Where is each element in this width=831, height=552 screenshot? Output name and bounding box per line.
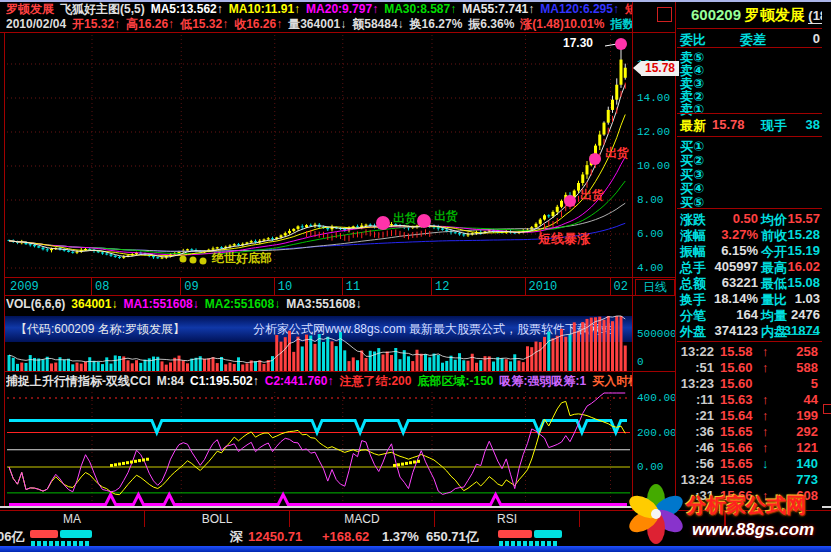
panel-scroll-strip[interactable] — [823, 0, 831, 510]
chart-title-bar-seg: MA55:7.741↑ — [462, 2, 534, 16]
sz-amount-text: 650.71亿 — [426, 528, 479, 546]
time-axis-label: 08 — [95, 280, 109, 294]
ohlc-info-bar: 2010/02/04开15.32↑高16.26↑低15.32↑收16.26↑量3… — [6, 17, 632, 32]
current-price-tag: 15.78 — [641, 61, 679, 76]
ohlc-info-bar-seg: 收16.26↑ — [234, 17, 282, 31]
tab-ma[interactable]: MA — [0, 511, 145, 527]
volume-axis-label: 0 — [637, 356, 644, 368]
period-daily-label[interactable]: 日线 — [635, 279, 675, 296]
calendar-icon[interactable] — [657, 7, 672, 22]
tx-volume: 588 — [776, 360, 818, 375]
stock-code: 600209 — [691, 6, 741, 23]
ohlc-info-bar-seg: 低15.32↑ — [180, 17, 228, 31]
price-axis-label: 4.00 — [637, 262, 663, 274]
scroll-up-icon[interactable] — [823, 404, 831, 414]
ohlc-info-bar-seg: 涨(1.48)10.01% — [520, 17, 604, 31]
sz-index-label: 深 — [230, 528, 243, 546]
cci-axis-label: 400.00 — [637, 392, 677, 404]
stat-value: 0.50 — [708, 211, 758, 226]
chart-title-bar-seg: MA5:13.562↑ — [151, 2, 223, 16]
up-arrow-icon: ↑ — [762, 360, 769, 375]
stock-header[interactable]: 600209 罗顿发展 (183) — [691, 6, 822, 25]
chart-title-bar: 罗顿发展飞狐好主图(5,5)MA5:13.562↑MA10:11.91↑MA20… — [6, 2, 632, 17]
stat-value: 18.14% — [708, 291, 758, 306]
cci-header-seg: C2:441.760↑ — [265, 374, 334, 388]
up-arrow-icon: ↑ — [762, 440, 769, 455]
bottom-signal-dot — [180, 256, 187, 263]
cci-indicator-chart[interactable] — [5, 390, 632, 507]
stat-value: 15.57 — [775, 211, 820, 226]
border-axis-right — [675, 0, 676, 510]
sh-amount-text: 06亿 — [0, 528, 24, 546]
advancers-bar — [498, 530, 532, 538]
chart-title-bar-seg: MA120:6.295↑ — [540, 2, 619, 16]
tx-price: 15.63 — [720, 392, 753, 407]
price-axis-label: 14.00 — [637, 92, 670, 104]
stat-value: 16.02 — [775, 259, 820, 274]
volume-header-seg: MA3:551608↓ — [286, 297, 361, 311]
month-tick — [91, 278, 92, 295]
volume-axis-label: 500000 — [637, 328, 677, 340]
buy-level-row[interactable]: 买⑤ — [680, 194, 820, 212]
stat-value: 405997 — [708, 259, 758, 274]
time-axis-label: 09 — [184, 280, 198, 294]
chart-title-bar-seg: MA10:11.91↑ — [229, 2, 300, 16]
tab-boll[interactable]: BOLL — [145, 511, 290, 527]
price-axis-label: 10.00 — [637, 160, 670, 172]
border-vol-top — [4, 295, 676, 296]
tab-macd[interactable]: MACD — [290, 511, 435, 527]
sz-index-value[interactable]: 12450.71 — [248, 528, 302, 546]
stat-value: 15.08 — [775, 275, 820, 290]
stat-value: 374123 — [708, 323, 758, 338]
tx-price: 15.60 — [720, 376, 753, 391]
cci-header-seg: C1:195.502↑ — [190, 374, 259, 388]
stat-value: 1.03 — [775, 291, 820, 306]
bottom-signal-dot — [200, 258, 207, 265]
ohlc-info-bar-seg: 2010/02/04 — [6, 17, 66, 31]
stat-value: 15.28 — [775, 227, 820, 242]
price-axis-label: 12.00 — [637, 126, 670, 138]
decliners-bar — [534, 530, 562, 538]
ohlc-info-bar-seg: 换16.27% — [410, 17, 463, 31]
tx-time: :46 — [680, 440, 714, 455]
month-tick — [342, 278, 343, 295]
tx-price: 15.60 — [720, 360, 753, 375]
tx-time: 13:22 — [680, 344, 714, 359]
stat-value: 6.15% — [708, 243, 758, 258]
chart-annotation: 出货 — [580, 188, 604, 202]
tx-volume: 5 — [776, 376, 818, 391]
ohlc-info-bar-seg: 开15.32↑ — [72, 17, 120, 31]
stat-value: 164 — [708, 307, 758, 322]
site-watermark: 分析家公式网 www.88gs.com — [626, 480, 831, 546]
quote-panel: 600209 罗顿发展 (183) 委比 委差 0 卖⑤卖④卖③卖②卖① 最新 … — [677, 0, 822, 510]
tab-rsi[interactable]: RSI — [435, 511, 580, 527]
chart-annotation: 出货 — [434, 209, 458, 223]
volume-header: VOL(6,6,6)364001↓MA1:551608↓MA2:551608↓M… — [6, 297, 632, 312]
chart-title-bar-seg: MA30:8.587↑ — [384, 2, 456, 16]
chart-annotation: 17.30 — [563, 36, 593, 50]
cci-line-C1 — [9, 401, 625, 494]
tx-time: :56 — [680, 456, 714, 471]
flower-logo — [626, 482, 686, 544]
cci-line-C2 — [9, 393, 625, 494]
time-axis-label: 12 — [435, 280, 449, 294]
latest-price: 15.78 — [712, 117, 745, 132]
stock-app-window: 罗顿发展飞狐好主图(5,5)MA5:13.562↑MA10:11.91↑MA20… — [0, 0, 831, 552]
time-axis-label: 2010 — [529, 280, 558, 294]
ohlc-info-bar-seg: 量364001↓ — [288, 17, 346, 31]
main-candlestick-chart[interactable]: 17.30出货出货出货出货短线暴涨绝世好底部 — [5, 33, 632, 277]
advancers-bar — [30, 530, 58, 538]
cci-header-seg: M:84 — [157, 374, 184, 388]
price-axis-label: 6.00 — [637, 228, 663, 240]
cci-header-seg: 吸筹:强弱吸筹:1 — [500, 374, 587, 388]
bottom-signal-dot — [190, 257, 197, 264]
tx-volume: 44 — [776, 392, 818, 407]
volume-header-seg: VOL(6,6,6) — [6, 297, 65, 311]
tx-price: 15.64 — [720, 408, 753, 423]
tx-volume: 140 — [776, 456, 818, 471]
time-axis-label: 2009 — [10, 280, 39, 294]
tx-time: :36 — [680, 424, 714, 439]
ohlc-info-bar-seg: 振6.36% — [468, 17, 514, 31]
up-arrow-icon: ↑ — [762, 424, 769, 439]
volume-chart[interactable] — [5, 314, 632, 372]
